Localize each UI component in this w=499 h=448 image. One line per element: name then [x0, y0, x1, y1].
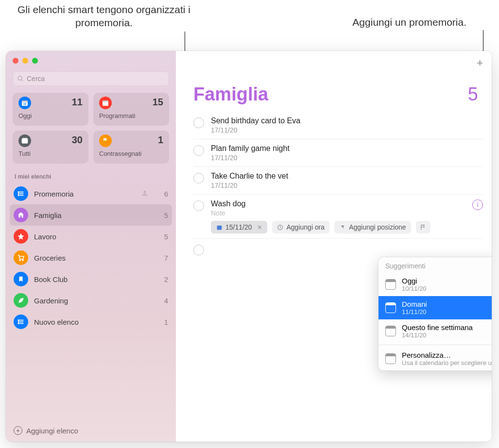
reminder-date: 17/11/20	[211, 126, 483, 134]
calendar-day-icon: 10	[18, 97, 31, 109]
main-panel: + Famiglia 5 Send birthday card to Eva17…	[176, 51, 492, 442]
reminder-title: Plan family game night	[211, 144, 483, 153]
list-label: Lavoro	[34, 232, 152, 241]
suggestion-oggi[interactable]: Oggi 10/11/20	[379, 273, 492, 296]
svg-rect-3	[22, 100, 28, 102]
svg-point-10	[18, 192, 19, 193]
star-icon	[14, 229, 28, 244]
reminder-row[interactable]: Send birthday card to Eva17/11/20	[193, 112, 483, 139]
suggestion-sub: 11/11/20	[402, 308, 427, 315]
suggestion-domani[interactable]: Domani 11/11/20	[379, 296, 492, 319]
page-count: 5	[468, 84, 478, 105]
svg-rect-6	[103, 100, 108, 102]
calendar-icon	[385, 279, 396, 290]
calendar-icon	[385, 353, 396, 364]
svg-point-14	[19, 260, 20, 261]
my-lists-header: I miei elenchi	[6, 168, 176, 183]
maximize-button[interactable]	[32, 58, 38, 64]
suggestion-questo-fine-settimana[interactable]: Questo fine settimana 14/11/20	[379, 319, 492, 343]
smart-count: 11	[72, 97, 83, 108]
list-label: Famiglia	[34, 211, 152, 219]
list-count: 1	[157, 318, 168, 326]
chip-location-label: Aggiungi posizione	[349, 223, 406, 231]
home-icon	[14, 208, 28, 222]
svg-rect-22	[217, 225, 222, 230]
sidebar-item-famiglia[interactable]: Famiglia 5	[10, 204, 172, 226]
svg-point-19	[18, 320, 19, 321]
chip-add-location[interactable]: Aggiungi posizione	[334, 221, 411, 233]
close-icon[interactable]: ✕	[257, 224, 262, 231]
svg-point-12	[18, 195, 19, 196]
list-count: 4	[157, 297, 168, 305]
smart-card-oggi[interactable]: 10 11 Oggi	[13, 93, 88, 126]
reminder-date: 17/11/20	[211, 154, 483, 162]
smart-card-contrassegnati[interactable]: 1 Contrassegnati	[93, 131, 169, 164]
sidebar-item-groceries[interactable]: Groceries 7	[6, 247, 176, 268]
sidebar-item-promemoria[interactable]: Promemoria 6	[6, 183, 176, 204]
lists-container: Promemoria 6 Famiglia 5 Lavoro 5 Groceri…	[6, 183, 176, 421]
svg-line-1	[21, 80, 23, 81]
svg-point-13	[143, 191, 146, 193]
close-button[interactable]	[13, 58, 18, 64]
chip-add-time[interactable]: Aggiungi ora	[272, 221, 330, 233]
smart-lists-grid: 10 11 Oggi 15 Programmati 30 Tutti 1 Con…	[6, 91, 176, 168]
calendar-icon	[385, 326, 396, 336]
add-list-button[interactable]: + Aggiungi elenco	[6, 421, 176, 442]
reminder-checkbox[interactable]	[193, 117, 204, 128]
smart-card-programmati[interactable]: 15 Programmati	[93, 93, 169, 126]
reminder-checkbox[interactable]	[193, 173, 204, 183]
sidebar-item-book-club[interactable]: Book Club 2	[6, 268, 176, 290]
info-button[interactable]: i	[472, 199, 483, 210]
bookmark-icon	[14, 272, 28, 286]
add-list-label: Aggiungi elenco	[26, 427, 78, 435]
suggestion-sub: 10/11/20	[402, 285, 427, 292]
chip-date-text: 15/11/20	[225, 223, 252, 231]
calendar-icon	[99, 97, 112, 109]
smart-label: Programmati	[99, 112, 163, 119]
sidebar-item-nuovo-elenco[interactable]: Nuovo elenco 1	[6, 311, 176, 332]
minimize-button[interactable]	[22, 58, 28, 64]
reminder-row[interactable]: Wash dogNote 15/11/20✕ Aggiungi ora Aggi…	[193, 195, 483, 239]
reminder-date: 17/11/20	[211, 182, 483, 189]
suggestion-sub: 14/11/20	[402, 332, 473, 339]
app-window: Cerca 10 11 Oggi 15 Programmati 30 Tutti…	[6, 51, 492, 442]
chip-flag[interactable]	[416, 221, 430, 233]
chip-date[interactable]: 15/11/20✕	[211, 221, 267, 233]
smart-card-tutti[interactable]: 30 Tutti	[13, 131, 88, 164]
list-icon	[14, 315, 28, 329]
sidebar-item-gardening[interactable]: Gardening 4	[6, 290, 176, 311]
flag-icon	[420, 224, 427, 231]
list-label: Groceries	[34, 254, 152, 262]
reminders-list: Send birthday card to Eva17/11/20 Plan f…	[176, 110, 492, 260]
add-reminder-button[interactable]: +	[477, 57, 483, 69]
smart-count: 15	[153, 97, 163, 108]
svg-point-20	[18, 321, 19, 322]
sidebar: Cerca 10 11 Oggi 15 Programmati 30 Tutti…	[6, 51, 176, 442]
reminder-checkbox[interactable]	[193, 245, 204, 255]
list-count: 5	[157, 211, 168, 219]
reminder-row[interactable]: Take Charlie to the vet17/11/20	[193, 167, 483, 195]
clock-icon	[277, 224, 284, 231]
reminder-note-placeholder[interactable]: Note	[211, 209, 468, 217]
sidebar-item-lavoro[interactable]: Lavoro 5	[6, 226, 176, 247]
person-icon	[141, 189, 150, 198]
list-count: 2	[157, 275, 168, 283]
list-count: 7	[157, 254, 168, 262]
calendar-icon	[385, 302, 396, 313]
reminder-checkbox[interactable]	[193, 145, 204, 156]
page-title: Famiglia	[193, 84, 268, 105]
callout-smart-lists: Gli elenchi smart tengono organizzati i …	[17, 3, 191, 30]
suggestions-header: Suggerimenti	[379, 257, 492, 273]
svg-text:10: 10	[23, 102, 27, 105]
search-input[interactable]: Cerca	[13, 71, 169, 86]
reminder-checkbox[interactable]	[193, 200, 204, 211]
suggestion-custom[interactable]: Personalizza… Usa il calendario per sceg…	[379, 347, 492, 370]
svg-point-11	[18, 193, 19, 194]
chip-time-label: Aggiungi ora	[287, 223, 325, 231]
suggestion-sub: Usa il calendario per scegliere una data	[402, 359, 492, 366]
reminder-row[interactable]: Plan family game night17/11/20	[193, 139, 483, 167]
smart-count: 30	[72, 134, 83, 146]
cart-icon	[14, 250, 28, 265]
suggestions-popover: Suggerimenti Oggi 10/11/20 Domani 11/11/…	[378, 257, 492, 371]
smart-label: Contrassegnati	[99, 150, 163, 157]
